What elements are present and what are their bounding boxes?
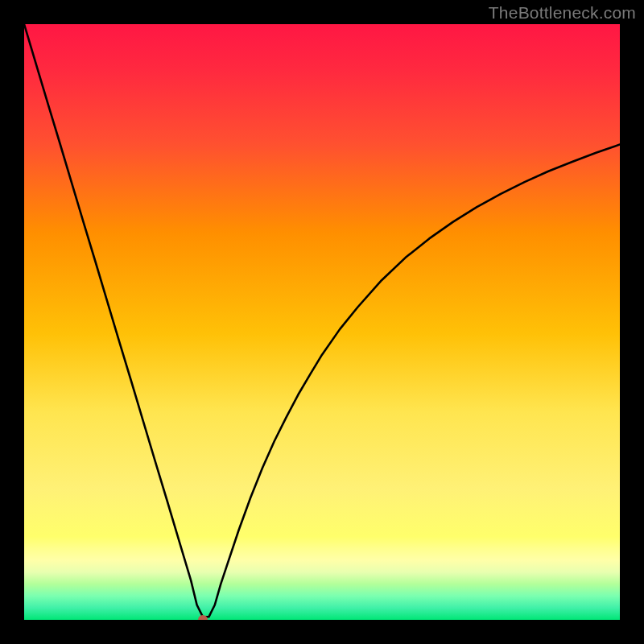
chart-container: TheBottleneck.com bbox=[0, 0, 644, 644]
attribution-text: TheBottleneck.com bbox=[489, 3, 636, 23]
chart-plot bbox=[24, 24, 620, 620]
